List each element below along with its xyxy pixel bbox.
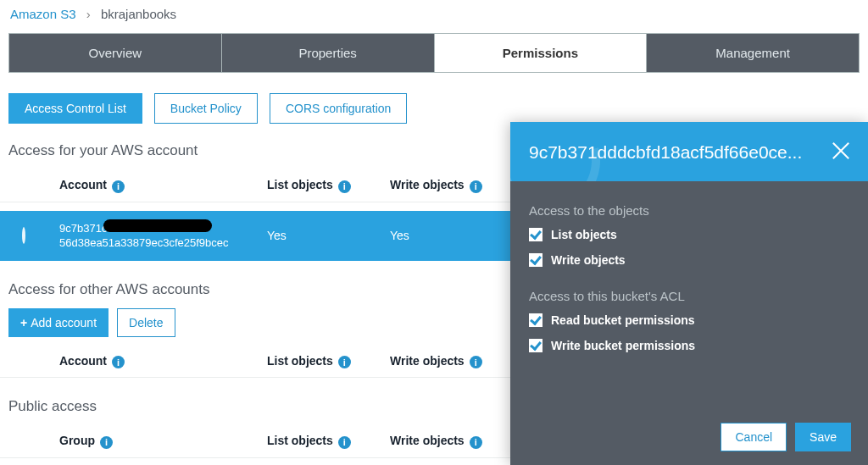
tab-properties[interactable]: Properties [222, 34, 435, 72]
save-button[interactable]: Save [795, 423, 851, 451]
info-icon[interactable]: i [338, 436, 351, 449]
col-write: Write objects [390, 354, 465, 368]
checkbox-write-objects[interactable]: Write objects [529, 253, 849, 267]
info-icon[interactable]: i [112, 356, 125, 368]
tab-management[interactable]: Management [647, 34, 859, 72]
checkbox-read-perms[interactable]: Read bucket permissions [529, 313, 849, 327]
info-icon[interactable]: i [338, 356, 351, 368]
cancel-button[interactable]: Cancel [721, 423, 787, 451]
checkbox-icon[interactable] [529, 313, 542, 327]
acl-edit-panel: 9c7b371dddcbfd18acf5df66e0ce... Access t… [510, 122, 868, 465]
checkbox-icon[interactable] [529, 228, 542, 241]
panel-section-objects: Access to the objects [529, 203, 849, 218]
col-group: Group [59, 434, 95, 447]
col-write: Write objects [390, 178, 465, 191]
redaction-mark [103, 219, 212, 232]
col-list: List objects [267, 354, 333, 368]
panel-body: Access to the objects List objects Write… [510, 181, 868, 373]
info-icon[interactable]: i [112, 180, 125, 193]
cell-write: Yes [390, 229, 513, 242]
info-icon[interactable]: i [470, 356, 482, 368]
radio-icon[interactable] [22, 227, 25, 244]
panel-title: 9c7b371dddcbfd18acf5df66e0ce... [529, 142, 802, 162]
checkbox-icon[interactable] [529, 339, 542, 352]
tab-permissions[interactable]: Permissions [435, 34, 648, 72]
account-id-line2: 56d38ea51a33879ec3cfe25f9bcec [59, 236, 229, 249]
subtab-acl[interactable]: Access Control List [8, 93, 142, 124]
delete-button[interactable]: Delete [117, 308, 175, 337]
subtab-policy[interactable]: Bucket Policy [154, 93, 258, 124]
col-account: Account [59, 178, 107, 191]
close-icon[interactable] [831, 141, 851, 161]
info-icon[interactable]: i [338, 180, 351, 193]
panel-section-acl: Access to this bucket's ACL [529, 289, 849, 303]
col-account: Account [59, 354, 107, 368]
tab-overview[interactable]: Overview [9, 34, 222, 72]
add-account-button[interactable]: +Add account [8, 308, 108, 337]
breadcrumb-current: bkrajanbooks [101, 7, 176, 21]
checkbox-write-perms[interactable]: Write bucket permissions [529, 339, 849, 352]
info-icon[interactable]: i [470, 436, 482, 449]
chevron-right-icon: › [86, 7, 91, 21]
panel-header: 9c7b371dddcbfd18acf5df66e0ce... [510, 122, 868, 181]
checkbox-list-objects[interactable]: List objects [529, 228, 849, 241]
col-list: List objects [267, 178, 333, 191]
subtab-cors[interactable]: CORS configuration [270, 93, 408, 124]
info-icon[interactable]: i [100, 436, 113, 449]
checkbox-icon[interactable] [529, 253, 542, 267]
col-write: Write objects [390, 434, 465, 447]
plus-icon: + [20, 316, 27, 329]
breadcrumb-root[interactable]: Amazon S3 [10, 7, 76, 21]
breadcrumb: Amazon S3 › bkrajanbooks [0, 0, 868, 33]
cell-list: Yes [267, 229, 390, 242]
col-list: List objects [267, 434, 333, 447]
info-icon[interactable]: i [470, 180, 482, 193]
panel-footer: Cancel Save [721, 423, 851, 451]
tab-bar: Overview Properties Permissions Manageme… [8, 33, 860, 73]
